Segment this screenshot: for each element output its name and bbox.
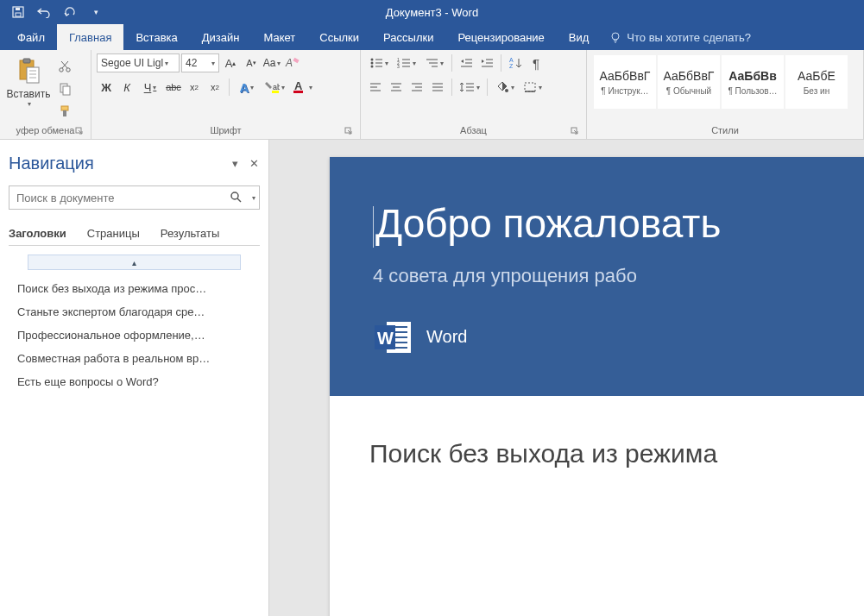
banner-subtitle: 4 совета для упрощения рабо	[373, 265, 864, 287]
chevron-down-icon[interactable]: ▾	[249, 194, 259, 202]
styles-gallery[interactable]: АаБбВвГ¶ Инструк… АаБбВвГ¶ Обычный АаБбВ…	[592, 53, 858, 123]
format-painter-icon	[58, 104, 72, 118]
svg-rect-2	[16, 8, 20, 10]
nav-item[interactable]: Станьте экспертом благодаря сре…	[14, 300, 255, 324]
format-painter-button[interactable]	[55, 102, 74, 121]
style-item[interactable]: АаБбВвГ¶ Обычный	[658, 55, 720, 109]
increase-font-button[interactable]: A▴	[221, 53, 240, 72]
nav-item[interactable]: Поиск без выхода из режима прос…	[14, 277, 255, 300]
tell-me-search[interactable]: Что вы хотите сделать?	[601, 24, 760, 50]
increase-indent-button[interactable]	[477, 53, 496, 72]
line-spacing-icon	[459, 81, 475, 93]
copy-button[interactable]	[55, 79, 74, 98]
italic-button[interactable]: К	[117, 78, 136, 97]
align-left-button[interactable]	[366, 78, 385, 97]
decrease-font-button[interactable]: A▾	[242, 53, 261, 72]
tab-view[interactable]: Вид	[557, 24, 602, 50]
group-font: Segoe UI Ligl▾ 42▾ A▴ A▾ Aa▾ A Ж К Ч▾ ab…	[91, 50, 361, 139]
numbering-button[interactable]: 123▾	[394, 53, 419, 72]
qat-dropdown-icon[interactable]: ▾	[88, 4, 104, 20]
justify-button[interactable]	[428, 78, 447, 97]
search-icon[interactable]	[226, 191, 247, 204]
superscript-button[interactable]: x2	[205, 78, 224, 97]
svg-rect-67	[525, 83, 535, 91]
svg-text:W: W	[377, 329, 394, 348]
show-marks-button[interactable]: ¶	[527, 53, 546, 72]
shading-button[interactable]: ▾	[492, 78, 518, 97]
align-left-icon	[369, 81, 382, 93]
word-logo: W Word	[373, 318, 864, 356]
svg-line-14	[62, 61, 68, 68]
tab-design[interactable]: Дизайн	[190, 24, 252, 50]
collapse-bar[interactable]: ▴	[28, 255, 241, 270]
svg-line-15	[61, 61, 67, 68]
dialog-launcher-icon[interactable]	[75, 127, 84, 135]
bullets-button[interactable]: ▾	[366, 53, 392, 72]
dialog-launcher-icon[interactable]	[571, 127, 579, 135]
search-input[interactable]	[9, 192, 226, 204]
nav-item[interactable]: Совместная работа в реальном вр…	[14, 347, 255, 370]
tab-references[interactable]: Ссылки	[307, 24, 371, 50]
decrease-indent-button[interactable]	[457, 53, 476, 72]
nav-tabs: Заголовки Страницы Результаты	[9, 222, 260, 246]
svg-point-66	[505, 89, 508, 92]
svg-text:A: A	[285, 57, 293, 69]
close-icon[interactable]: ✕	[248, 158, 260, 170]
font-color-button[interactable]: A▾	[289, 78, 315, 97]
doc-heading: Поиск без выхода из режима	[369, 439, 864, 468]
nav-search-box[interactable]: ▾	[9, 185, 260, 210]
title-bar: ▾ Документ3 - Word	[0, 0, 864, 24]
paragraph-group-label: Абзац	[366, 123, 581, 137]
text-effects-icon: A	[240, 80, 249, 95]
clipboard-group-label: уфер обмена	[5, 123, 85, 137]
text-effects-button[interactable]: A▾	[234, 78, 260, 97]
document-canvas[interactable]: Добро пожаловать 4 совета для упрощения …	[269, 140, 864, 616]
tab-home[interactable]: Главная	[57, 24, 123, 50]
strikethrough-button[interactable]: abc	[164, 78, 183, 97]
word-logo-text: Word	[426, 327, 467, 347]
nav-item[interactable]: Есть еще вопросы о Word?	[14, 370, 255, 393]
svg-point-3	[612, 33, 619, 40]
nav-item[interactable]: Профессиональное оформление,…	[14, 324, 255, 347]
justify-icon	[431, 81, 445, 93]
redo-icon[interactable]	[62, 4, 78, 20]
save-icon[interactable]	[10, 4, 26, 20]
paste-icon	[15, 57, 42, 86]
font-name-combo[interactable]: Segoe UI Ligl▾	[97, 53, 180, 72]
borders-button[interactable]: ▾	[520, 78, 546, 97]
align-right-button[interactable]	[407, 78, 426, 97]
style-item[interactable]: АаБбВв¶ Пользов…	[722, 55, 784, 109]
copy-icon	[58, 82, 72, 96]
nav-dropdown-icon[interactable]: ▾	[229, 158, 241, 170]
align-center-button[interactable]	[387, 78, 406, 97]
subscript-button[interactable]: x2	[185, 78, 204, 97]
underline-button[interactable]: Ч▾	[138, 78, 162, 97]
cut-button[interactable]	[55, 57, 74, 76]
bold-button[interactable]: Ж	[97, 78, 116, 97]
sort-button[interactable]: AZ	[506, 53, 525, 72]
nav-tab-pages[interactable]: Страницы	[87, 222, 140, 245]
highlight-button[interactable]: ab▾	[262, 78, 287, 97]
nav-tab-results[interactable]: Результаты	[161, 222, 219, 245]
bullets-icon	[369, 57, 383, 69]
tab-review[interactable]: Рецензирование	[445, 24, 556, 50]
svg-line-71	[237, 198, 241, 202]
style-item[interactable]: АаБбЕБез ин	[785, 55, 848, 109]
navigation-pane: Навигация ▾ ✕ ▾ Заголовки Страницы Резул…	[0, 140, 269, 616]
undo-icon[interactable]	[36, 4, 52, 20]
multilevel-list-button[interactable]: ▾	[421, 53, 447, 72]
clear-formatting-button[interactable]: A	[283, 53, 302, 72]
tab-mailings[interactable]: Рассылки	[371, 24, 445, 50]
change-case-button[interactable]: Aa▾	[262, 53, 281, 72]
tab-insert[interactable]: Вставка	[123, 24, 189, 50]
font-size-combo[interactable]: 42▾	[181, 53, 219, 72]
dialog-launcher-icon[interactable]	[344, 127, 353, 135]
style-item[interactable]: АаБбВвГ¶ Инструк…	[594, 55, 656, 109]
sort-icon: AZ	[508, 56, 522, 70]
svg-rect-17	[63, 86, 70, 95]
tab-layout[interactable]: Макет	[251, 24, 307, 50]
tab-file[interactable]: Файл	[5, 24, 57, 50]
nav-tab-headings[interactable]: Заголовки	[9, 222, 66, 245]
line-spacing-button[interactable]: ▾	[457, 78, 482, 97]
paste-button[interactable]: Вставить ▾	[5, 53, 52, 108]
